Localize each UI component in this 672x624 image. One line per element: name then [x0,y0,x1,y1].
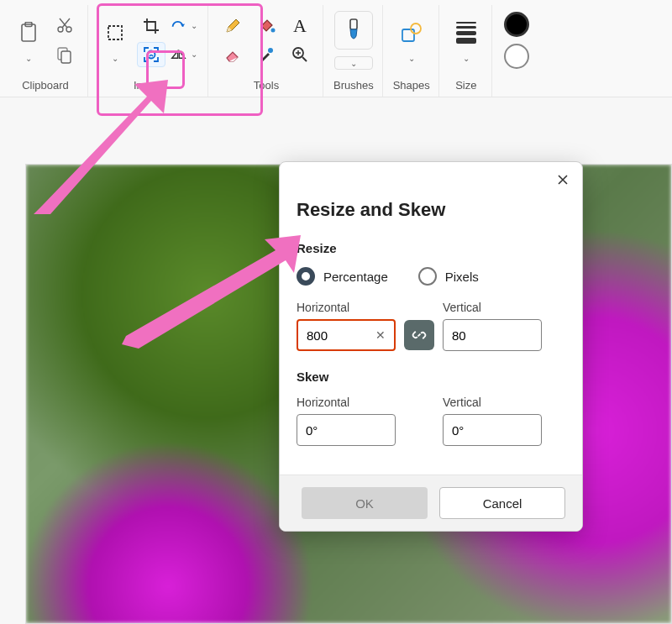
pixels-radio[interactable]: Pixels [418,267,479,286]
skew-vertical-label: Vertical [443,396,542,409]
flip-icon [171,48,186,61]
group-brushes: ⌄ Brushes [325,5,383,97]
close-button[interactable] [554,170,572,189]
svg-point-13 [411,24,421,34]
dialog-title: Resize and Skew [297,199,565,221]
horizontal-input[interactable]: 800 ✕ [297,319,396,351]
ribbon-toolbar: ⌄ Clipboard [0,0,672,97]
tools-label: Tools [254,79,279,92]
clear-horizontal-button[interactable]: ✕ [375,328,386,342]
resize-unit-radios: Percentage Pixels [297,267,565,286]
group-image: ⌄ ⌄ [90,5,208,97]
paste-button[interactable] [12,17,45,49]
radio-indicator-selected [297,267,315,286]
clipboard-label: Clipboard [22,79,69,92]
rotate-icon [171,18,186,34]
skew-vertical-input[interactable]: 0° [443,414,542,446]
ok-button[interactable]: OK [302,487,428,519]
close-icon [558,175,568,185]
horizontal-label: Horizontal [297,301,396,314]
shapes-icon [400,22,423,44]
color-2-swatch[interactable] [504,44,529,69]
select-dropdown[interactable]: ⌄ [109,52,121,64]
ok-label: OK [355,496,374,511]
svg-rect-5 [61,51,71,63]
paste-dropdown[interactable]: ⌄ [23,52,34,64]
percentage-label: Percentage [323,270,388,284]
skew-section-label: Skew [297,370,565,384]
fill-tool[interactable] [252,13,281,39]
rotate-dropdown[interactable]: ⌄ [189,19,199,31]
select-icon [106,24,124,42]
pencil-tool[interactable] [218,13,247,39]
skew-horizontal-input[interactable]: 0° [297,414,396,446]
svg-point-8 [271,29,276,33]
vertical-input[interactable]: 80 [443,319,542,351]
crop-button[interactable] [137,13,165,39]
color-1-swatch[interactable] [504,12,529,37]
resize-skew-dialog: Resize and Skew Resize Percentage Pixels… [279,161,583,532]
resize-section-label: Resize [297,241,565,255]
bucket-icon [257,18,276,34]
flip-button[interactable]: ⌄ [171,42,199,67]
rotate-button[interactable]: ⌄ [171,13,199,39]
copy-icon [57,47,72,64]
skew-horizontal-label: Horizontal [297,396,396,409]
text-tool[interactable]: A [286,13,314,39]
skew-horizontal-value: 0° [306,423,318,438]
resize-icon [142,45,160,64]
brushes-label: Brushes [333,79,374,92]
svg-rect-11 [350,19,357,29]
group-shapes: ⌄ Shapes [385,5,439,97]
color-swatches [494,5,534,97]
select-button[interactable] [98,17,132,49]
maintain-aspect-button[interactable] [404,320,434,350]
cut-button[interactable] [50,13,79,38]
eraser-tool[interactable] [218,42,247,67]
copy-button[interactable] [50,43,79,68]
skew-vertical-value: 0° [452,423,464,438]
size-label: Size [455,79,476,92]
group-clipboard: ⌄ Clipboard [3,5,88,97]
dialog-footer: OK Cancel [280,475,582,531]
shapes-dropdown[interactable]: ⌄ [406,52,417,64]
link-icon [412,328,427,343]
vertical-label: Vertical [443,301,542,314]
crop-icon [143,18,160,34]
brush-dropdown[interactable]: ⌄ [334,56,373,70]
group-tools: A Tools [210,5,323,97]
horizontal-value: 800 [307,328,328,343]
radio-indicator [418,267,437,286]
vertical-value: 80 [452,328,466,343]
text-icon: A [293,15,307,37]
eraser-icon [224,47,241,62]
flip-dropdown[interactable]: ⌄ [189,48,199,60]
group-size: ⌄ Size [441,5,492,97]
size-button[interactable] [449,17,483,49]
shapes-button[interactable] [395,17,428,49]
cancel-label: Cancel [483,496,522,511]
magnifier-icon [291,46,308,63]
color-picker-tool[interactable] [252,42,281,67]
eyedropper-icon [258,46,275,63]
shapes-label: Shapes [393,79,430,92]
size-dropdown[interactable]: ⌄ [460,52,472,64]
pixels-label: Pixels [445,270,479,284]
pencil-icon [224,18,241,34]
brush-icon [344,18,364,43]
percentage-radio[interactable]: Percentage [297,267,388,286]
scissors-icon [56,17,73,34]
cancel-button[interactable]: Cancel [439,487,565,519]
resize-button[interactable] [137,42,165,67]
zoom-tool[interactable] [286,42,314,67]
paste-icon [19,22,38,44]
brush-button[interactable] [334,11,373,50]
svg-point-9 [268,48,273,53]
image-label: Image [134,79,164,92]
size-icon [456,22,476,44]
svg-rect-6 [108,26,122,39]
